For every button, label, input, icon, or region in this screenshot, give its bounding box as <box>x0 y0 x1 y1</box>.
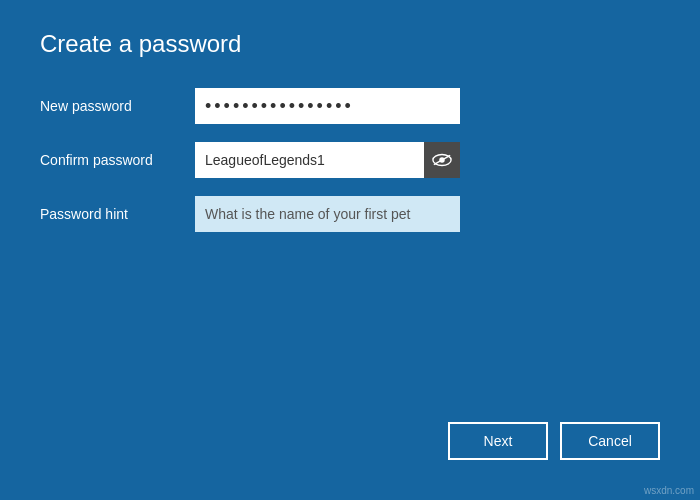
show-password-button[interactable] <box>424 142 460 178</box>
confirm-password-wrapper <box>195 142 460 178</box>
confirm-password-row: Confirm password <box>40 142 660 178</box>
password-hint-row: Password hint <box>40 196 660 232</box>
new-password-row: New password <box>40 88 660 124</box>
form-area: New password Confirm password P <box>40 88 660 250</box>
cancel-button[interactable]: Cancel <box>560 422 660 460</box>
watermark: wsxdn.com <box>644 485 694 496</box>
confirm-password-input[interactable] <box>195 142 460 178</box>
password-hint-wrapper <box>195 196 460 232</box>
password-hint-label: Password hint <box>40 206 195 222</box>
new-password-label: New password <box>40 98 195 114</box>
svg-line-2 <box>434 155 450 164</box>
new-password-wrapper <box>195 88 460 124</box>
password-hint-input[interactable] <box>195 196 460 232</box>
dialog-title: Create a password <box>40 30 660 58</box>
button-area: Next Cancel <box>40 422 660 470</box>
new-password-input[interactable] <box>195 88 460 124</box>
confirm-password-label: Confirm password <box>40 152 195 168</box>
next-button[interactable]: Next <box>448 422 548 460</box>
eye-icon <box>432 153 452 167</box>
dialog-container: Create a password New password Confirm p… <box>0 0 700 500</box>
